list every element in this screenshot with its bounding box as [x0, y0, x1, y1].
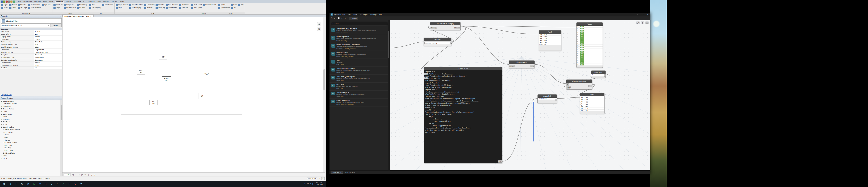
- property-row[interactable]: View Scale 1 : 100: [0, 30, 62, 33]
- taskbar-app-icon[interactable]: C: [19, 181, 25, 187]
- view-control-icon[interactable]: ⚲: [90, 173, 93, 176]
- ribbon-panel-label[interactable]: Color Fill: [190, 12, 217, 14]
- tree-item[interactable]: ⊞ Curtain Systems: [1, 100, 62, 103]
- menu-item[interactable]: View: [352, 13, 359, 16]
- node-header[interactable]: Categories: [424, 38, 451, 41]
- ribbon-tab[interactable]: Collaborate: [86, 0, 96, 3]
- ribbon-panel-label[interactable]: Dimension ▾: [0, 12, 52, 14]
- property-value[interactable]: Edit...: [34, 43, 62, 46]
- toolbar-icon[interactable]: 🗋: [331, 17, 333, 20]
- ribbon-button[interactable]: Color Fill Legend: [202, 3, 216, 6]
- node-header[interactable]: Watch: [539, 31, 561, 34]
- ribbon-tab[interactable]: Manage: [102, 0, 111, 3]
- menu-item[interactable]: Packages: [359, 13, 369, 16]
- ribbon-tab[interactable]: Modify: [118, 0, 125, 3]
- ribbon-button[interactable]: Tread Number: [165, 6, 179, 9]
- property-row[interactable]: Sun Path No: [0, 67, 62, 69]
- property-row[interactable]: Detail Level Coarse: [0, 38, 62, 41]
- node-watch-results[interactable]: Watch 0 true 1 true 2 true: [576, 22, 603, 68]
- plan-element[interactable]: TYPE 1 870: [137, 69, 145, 74]
- taskbar-app-icon[interactable]: O: [25, 181, 31, 187]
- toolbar-icon[interactable]: ↷: [344, 17, 346, 20]
- view-control-icon[interactable]: ▽: [93, 173, 96, 176]
- zoom-control-icon[interactable]: ▣: [317, 27, 321, 31]
- output-port[interactable]: item: [588, 85, 592, 87]
- ribbon-button[interactable]: Component: [63, 3, 76, 6]
- node-header[interactable]: List.GetItemAtIndex: [566, 80, 592, 83]
- ribbon-button[interactable]: Tag by Category: [115, 3, 129, 6]
- input-port[interactable]: index: [566, 86, 570, 88]
- node-header[interactable]: Element.Name: [509, 61, 534, 64]
- taskbar-app-icon[interactable]: A: [60, 181, 66, 187]
- tree-item[interactable]: ⊞ Division Profiles: [1, 108, 62, 110]
- ribbon-button[interactable]: Material Tag: [144, 3, 155, 6]
- library-search-box[interactable]: ⌕: [331, 22, 388, 26]
- ribbon-button[interactable]: Radial: [9, 6, 18, 9]
- taskbar-app-icon[interactable]: N: [55, 181, 60, 187]
- ribbon-button[interactable]: Tag All: [115, 6, 129, 9]
- plan-element[interactable]: TYPE 1 736: [198, 93, 206, 99]
- ribbon-button[interactable]: Path: [238, 3, 244, 6]
- type-selector[interactable]: Structural Plan: [1, 18, 62, 24]
- tray-icon[interactable]: ◧: [312, 183, 314, 185]
- property-value[interactable]: No: [34, 67, 62, 69]
- taskbar-app-icon[interactable]: F: [13, 181, 19, 187]
- sync-icon[interactable]: [13, 1, 15, 3]
- tree-item[interactable]: Grey: [1, 136, 62, 139]
- property-value[interactable]: Structural: [34, 54, 62, 56]
- ribbon-button[interactable]: Diameter: [17, 3, 28, 6]
- tree-item[interactable]: ⊞ Pipes: [1, 157, 62, 160]
- property-row[interactable]: Orientation Project North: [0, 48, 62, 51]
- tray-icon[interactable]: ✉: [307, 183, 309, 185]
- tree-item[interactable]: ⊞ Floors: [1, 123, 62, 126]
- menu-item[interactable]: File: [341, 13, 346, 16]
- ribbon-button[interactable]: Beam Annotations: [129, 3, 144, 6]
- toolbar-icon[interactable]: ↶: [341, 17, 343, 20]
- scrollbar-thumb[interactable]: [389, 31, 390, 58]
- property-value[interactable]: Show Both: [34, 41, 62, 43]
- library-item[interactable]: TW TrimLeadingWhitespace Removes all lea…: [330, 75, 390, 83]
- plan-element[interactable]: TYPE 1 900: [159, 54, 167, 60]
- node-header[interactable]: All Elements of Category: [430, 22, 460, 25]
- tree-item[interactable]: Run Grey: [1, 147, 62, 149]
- tree-item[interactable]: ⊞ Ducts: [1, 115, 62, 118]
- ribbon-tab[interactable]: File: [17, 0, 22, 3]
- ribbon-button[interactable]: Find/ Replace: [102, 3, 114, 6]
- workspace-tab-home[interactable]: ⌂ Home: [349, 17, 358, 20]
- property-row[interactable]: Parts Visibility Show Both: [0, 41, 62, 43]
- tree-item[interactable]: ⊞ Mass: [1, 154, 62, 157]
- close-icon[interactable]: ✕: [60, 15, 61, 17]
- canvas-tool-icon[interactable]: ⤢: [637, 21, 640, 25]
- tree-item[interactable]: ⊞ Curtain Wall Mullions: [1, 103, 62, 105]
- taskbar-clock[interactable]: 3:04 pm 5/07/2022: [316, 182, 322, 186]
- plan-element[interactable]: APD 1 750: [149, 100, 157, 105]
- ribbon-tab[interactable]: Insert: [48, 0, 55, 3]
- tree-item[interactable]: ⊞ Flex Ducts: [1, 118, 62, 121]
- node-header[interactable]: Watch: [580, 93, 604, 96]
- ribbon-button[interactable]: Detail Line: [53, 3, 63, 6]
- output-port[interactable]: Name: [530, 65, 535, 67]
- vertical-scrollbar[interactable]: [323, 17, 325, 173]
- workset-selector[interactable]: Main Model: [307, 177, 317, 180]
- wire[interactable]: [461, 26, 509, 65]
- ribbon-button[interactable]: Spot Elevation: [28, 3, 41, 6]
- input-port[interactable]: list: [566, 83, 569, 86]
- scrollbar-thumb[interactable]: [323, 69, 325, 90]
- save-icon[interactable]: [1, 1, 3, 3]
- tree-item[interactable]: Run Green: [1, 144, 62, 147]
- property-value[interactable]: None: [34, 64, 62, 67]
- view-tab[interactable]: Structural Plan: DIMENSION PLAN ✕: [62, 14, 94, 17]
- wire[interactable]: [535, 65, 566, 84]
- node-header[interactable]: Code Block: [538, 95, 557, 98]
- close-button[interactable]: ✕: [645, 13, 650, 16]
- output-port[interactable]: OUT: [498, 160, 502, 162]
- library-item[interactable]: TW TrimTrailingWhitespace Removes all tr…: [330, 67, 390, 75]
- code-block-content[interactable]: "Type Mark";: [538, 98, 557, 100]
- property-row[interactable]: Scale Value 1: 100: [0, 33, 62, 36]
- library-item[interactable]: RB Room.Boundaries Returns room boundary…: [330, 99, 390, 107]
- taskbar-app-icon[interactable]: P: [66, 181, 72, 187]
- ribbon-button[interactable]: Check Spelling: [89, 6, 101, 9]
- canvas-tool-icon[interactable]: ◉: [646, 21, 649, 25]
- ribbon-button[interactable]: Angular: [9, 3, 18, 6]
- ribbon-button[interactable]: Region: [53, 6, 63, 9]
